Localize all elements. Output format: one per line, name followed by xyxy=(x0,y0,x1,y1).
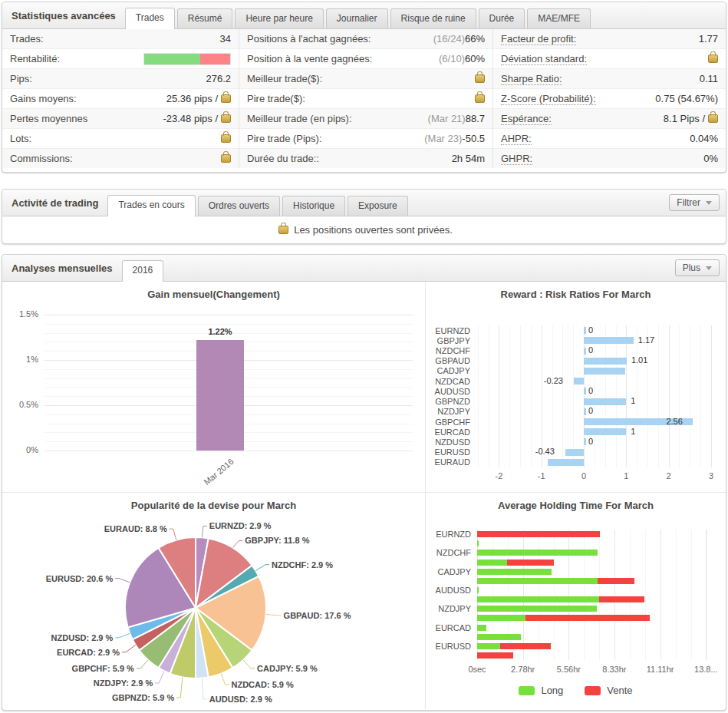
bar-vente-gbpchf[interactable] xyxy=(525,615,650,621)
gridline xyxy=(626,325,627,467)
advanced-stats-tabs: TradesRésuméHeure par heureJournalierRis… xyxy=(125,8,593,28)
stat-value: 1.77 xyxy=(699,33,718,45)
stat-label: Pips: xyxy=(10,73,32,84)
bar-audusd[interactable] xyxy=(584,388,586,394)
legend-item-vente[interactable]: Vente xyxy=(585,685,632,696)
bar-vente-eurusd[interactable] xyxy=(500,643,552,649)
stat-row: Position à la vente gagnées:(6/10) 60% xyxy=(239,49,492,69)
bar-vente-nzdcad[interactable] xyxy=(598,578,634,584)
bar-eurnzd[interactable] xyxy=(584,327,586,334)
stat-row: Facteur de profit:1.77 xyxy=(493,29,726,49)
stat-value-text: 0% xyxy=(703,153,718,164)
bar-gbpjpy[interactable] xyxy=(584,337,634,344)
gridline xyxy=(637,325,637,467)
bar-long-gbpchf[interactable] xyxy=(477,615,525,621)
bar-long-eurusd[interactable] xyxy=(477,643,500,649)
profitability-red-segment xyxy=(200,54,230,64)
stat-value-text: 34 xyxy=(220,33,231,45)
tab-historique[interactable]: Historique xyxy=(282,196,345,216)
tab-2016[interactable]: 2016 xyxy=(122,260,164,282)
bar-vente-euraud[interactable] xyxy=(477,652,513,659)
tab-risque-de-ruine[interactable]: Risque de ruine xyxy=(390,8,476,28)
stat-row: Meilleur trade (en pips):(Mar 21) 88.7 xyxy=(239,109,492,129)
filter-button[interactable]: Filtrer xyxy=(669,194,720,211)
category-label-nzdjpy: NZDJPY xyxy=(426,407,470,416)
more-button[interactable]: Plus xyxy=(675,259,720,276)
lock-icon xyxy=(708,54,718,63)
stat-value-muted: (16/24) xyxy=(433,33,465,45)
gridline xyxy=(44,324,413,325)
monthly-analytics-tabs: 2016 xyxy=(122,260,166,281)
bar-vente-gbpaud[interactable] xyxy=(507,560,554,566)
tab-journalier[interactable]: Journalier xyxy=(326,8,388,28)
stat-value-text: 25.36 pips / xyxy=(166,93,218,104)
tab-trades[interactable]: Trades xyxy=(125,8,175,29)
bar-mar-2016[interactable] xyxy=(196,340,244,451)
legend-swatch-long xyxy=(519,686,535,695)
gridline xyxy=(711,325,712,467)
stat-value-muted: (Mar 23) xyxy=(424,133,462,144)
filter-button-label: Filtrer xyxy=(677,197,700,208)
bar-nzdjpy[interactable] xyxy=(584,408,586,415)
stat-row: Sharpe Ratio:0.11 xyxy=(493,69,726,89)
bar-eurcad[interactable] xyxy=(584,428,626,435)
stat-label: Positions à l'achat gagnées: xyxy=(247,33,371,45)
tab-trades-en-cours[interactable]: Trades en cours xyxy=(107,195,195,216)
advanced-stats-title: Statistiques avancées xyxy=(8,10,125,28)
category-label-nzdchf: NZDCHF xyxy=(426,346,470,355)
category-label-eurcad: EURCAD xyxy=(426,427,470,437)
legend-item-long[interactable]: Long xyxy=(519,685,563,696)
bar-long-nzdchf[interactable] xyxy=(477,550,598,556)
bar-vente-gbpnzd[interactable] xyxy=(599,596,644,602)
stat-value xyxy=(705,54,718,63)
bar-long-cadjpy[interactable] xyxy=(477,569,552,575)
tab-heure-par-heure[interactable]: Heure par heure xyxy=(235,8,323,28)
gridline xyxy=(562,325,563,467)
category-label-eurcad: EURCAD xyxy=(426,623,471,632)
pie-label-eurcad: EURCAD: 2.9 % xyxy=(57,648,120,657)
bar-gbpnzd[interactable] xyxy=(584,398,626,405)
bar-value-label: 0 xyxy=(588,325,593,335)
bar-eurusd[interactable] xyxy=(565,449,584,456)
stat-row: GHPR:0% xyxy=(493,149,726,168)
stat-row: Z-Score (Probabilité):0.75 (54.67%) xyxy=(493,89,726,109)
advanced-stats-body: Trades:34Rentabilité:Pips:276.2Gains moy… xyxy=(2,29,726,168)
bar-cadjpy[interactable] xyxy=(584,368,625,375)
pie-label-connector xyxy=(243,660,255,668)
bar-long-nzdjpy[interactable] xyxy=(477,606,597,612)
gridline xyxy=(658,325,659,467)
tab-dur-e[interactable]: Durée xyxy=(479,8,525,28)
bar-long-gbpaud[interactable] xyxy=(477,560,507,566)
bar-value-label: -0.43 xyxy=(535,447,555,456)
x-axis-tick-label: 2.78hr xyxy=(505,665,542,674)
gridline xyxy=(531,325,532,467)
bar-euraud[interactable] xyxy=(548,459,584,466)
bar-nzdcad[interactable] xyxy=(574,378,584,385)
lock-icon xyxy=(708,114,718,123)
tab-ordres-ouverts[interactable]: Ordres ouverts xyxy=(198,196,280,216)
trading-activity-tabs: Trades en coursOrdres ouvertsHistoriqueE… xyxy=(107,195,410,216)
stat-value xyxy=(472,94,485,103)
gridline xyxy=(691,530,692,660)
bar-long-gbpnzd[interactable] xyxy=(477,596,599,602)
tab-exposure[interactable]: Exposure xyxy=(348,196,408,216)
stat-row: Positions à l'achat gagnées:(16/24) 66% xyxy=(239,29,492,49)
bar-long-nzdusd[interactable] xyxy=(477,634,521,640)
tab-r-sum[interactable]: Résumé xyxy=(177,8,233,28)
bar-nzdchf[interactable] xyxy=(584,348,586,355)
lock-icon xyxy=(475,74,485,83)
bar-value-label: 1 xyxy=(631,427,635,436)
bar-gbpaud[interactable] xyxy=(584,358,627,365)
bar-long-audusd[interactable] xyxy=(477,587,479,593)
bar-long-nzdcad[interactable] xyxy=(477,578,598,584)
bar-vente-eurnzd[interactable] xyxy=(477,531,600,537)
bar-nzdusd[interactable] xyxy=(584,438,586,445)
bar-long-eurcad[interactable] xyxy=(477,625,486,631)
bar-value-label: 0 xyxy=(588,437,593,446)
tab-mae-mfe[interactable]: MAE/MFE xyxy=(527,8,591,28)
bar-long-gbpjpy[interactable] xyxy=(477,540,479,546)
pie-label-gbpnzd: GBPNZD: 5.9 % xyxy=(112,693,175,702)
category-label-audusd: AUDUSD xyxy=(426,387,470,396)
category-label-gbpchf: GBPCHF xyxy=(426,418,470,427)
bar-value-label: 0 xyxy=(588,386,593,395)
